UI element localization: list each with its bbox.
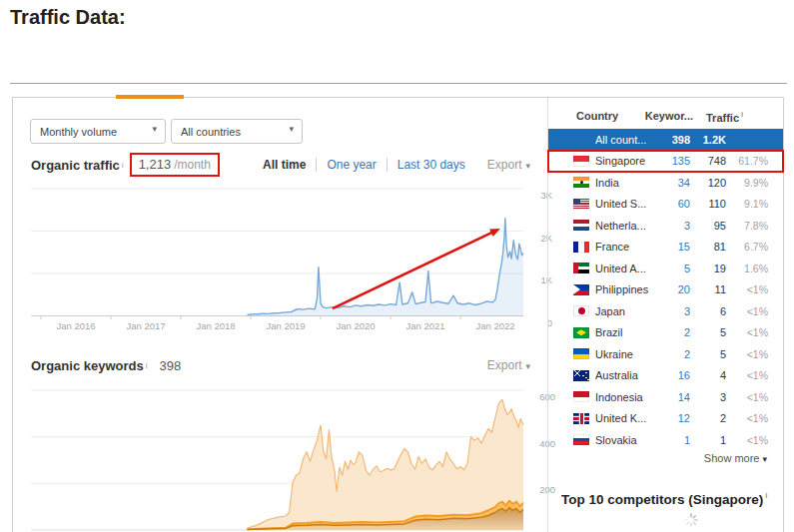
country-keywords-link[interactable]: 1 xyxy=(652,434,690,446)
in-flag-icon xyxy=(573,177,589,188)
country-traffic: 5 xyxy=(690,348,726,360)
country-name: United K... xyxy=(595,412,649,424)
traffic-unit: /month xyxy=(174,158,211,172)
svg-text:Jan 2021: Jan 2021 xyxy=(405,320,444,331)
country-keywords-link[interactable]: 3 xyxy=(652,220,690,232)
country-keywords-link[interactable]: 398 xyxy=(652,134,690,146)
organic-traffic-title: Organic traffic xyxy=(31,158,120,173)
country-traffic-percent: 61.7% xyxy=(726,155,768,167)
metric-dropdown[interactable]: Monthly volume ▾ xyxy=(30,119,166,144)
country-keywords-link[interactable]: 16 xyxy=(652,369,690,381)
country-name: Slovakia xyxy=(595,434,649,446)
country-name: Australia xyxy=(595,369,649,381)
country-name: Ukraine xyxy=(595,348,649,360)
traffic-value: 1,213 xyxy=(139,157,172,172)
au-flag-icon xyxy=(573,370,589,381)
country-traffic-percent: 6.7% xyxy=(726,241,768,253)
country-row[interactable]: United S...601109.1% xyxy=(548,194,783,216)
country-row[interactable]: Slovakia11<1% xyxy=(548,429,783,451)
country-traffic-percent: <1% xyxy=(726,434,768,446)
svg-text:Jan 2016: Jan 2016 xyxy=(56,320,95,331)
country-name: United A... xyxy=(595,263,649,274)
country-row[interactable]: Australia164<1% xyxy=(548,365,783,387)
organic-traffic-chart: 01K2K3KJan 2016Jan 2017Jan 2018Jan 2019J… xyxy=(13,186,559,335)
country-row[interactable]: Netherla...3957.8% xyxy=(548,215,783,237)
country-keywords-link[interactable]: 34 xyxy=(652,177,690,189)
info-icon: i xyxy=(741,110,743,119)
country-row[interactable]: France15816.7% xyxy=(548,237,783,259)
svg-text:Jan 2022: Jan 2022 xyxy=(475,320,514,331)
country-keywords-link[interactable]: 15 xyxy=(652,241,690,253)
export-keywords-button[interactable]: Export▾ xyxy=(487,358,530,372)
jp-flag-icon xyxy=(573,305,589,316)
country-name: Brazil xyxy=(595,326,649,338)
country-traffic-percent: <1% xyxy=(726,391,768,403)
country-row[interactable]: Ukraine25<1% xyxy=(548,343,783,365)
country-keywords-link[interactable]: 135 xyxy=(652,155,690,167)
loading-spinner-icon xyxy=(684,513,698,527)
svg-text:Jan 2020: Jan 2020 xyxy=(336,320,375,331)
header-traffic: Traffici xyxy=(706,110,743,124)
gb-flag-icon xyxy=(573,413,589,424)
country-row[interactable]: United A...5191.6% xyxy=(548,258,783,279)
svg-text:Jan 2018: Jan 2018 xyxy=(196,320,235,331)
country-row[interactable]: All count...3981.2K xyxy=(548,129,783,151)
us-flag-icon xyxy=(573,199,589,210)
country-name: United S... xyxy=(595,198,649,210)
fr-flag-icon xyxy=(573,242,589,253)
filter-all-time[interactable]: All time xyxy=(253,158,316,172)
id-flag-icon xyxy=(573,391,589,402)
countries-sidebar: Country Keywor... Traffici All count...3… xyxy=(547,98,783,532)
country-dropdown-value: All countries xyxy=(172,126,241,138)
country-traffic: 2 xyxy=(690,412,726,424)
country-row[interactable]: India341209.9% xyxy=(548,172,783,194)
country-keywords-link[interactable]: 5 xyxy=(652,263,690,274)
country-traffic-percent: 7.8% xyxy=(726,220,768,232)
country-traffic: 11 xyxy=(690,283,726,295)
metric-dropdown-value: Monthly volume xyxy=(31,126,117,138)
country-row[interactable]: Singapore13574861.7% xyxy=(548,151,783,173)
country-traffic-percent: 1.6% xyxy=(726,263,768,274)
caret-down-icon: ▾ xyxy=(525,361,530,371)
date-range-filters: All time One year Last 30 days Export▾ xyxy=(253,158,530,172)
show-more-label: Show more xyxy=(704,452,760,464)
svg-text:Jan 2019: Jan 2019 xyxy=(266,320,305,331)
country-keywords-link[interactable]: 12 xyxy=(652,412,690,424)
filter-last-30-days[interactable]: Last 30 days xyxy=(387,158,475,172)
country-dropdown[interactable]: All countries ▾ xyxy=(171,119,303,144)
country-name: India xyxy=(595,177,649,189)
country-row[interactable]: Brazil25<1% xyxy=(548,322,783,344)
filter-one-year[interactable]: One year xyxy=(316,158,386,172)
show-more-button[interactable]: Show more▾ xyxy=(704,452,767,464)
organic-keywords-header: Organic keywordsi 398 Export▾ xyxy=(13,352,547,378)
country-keywords-link[interactable]: 2 xyxy=(652,326,690,338)
country-traffic: 5 xyxy=(690,326,726,338)
country-row[interactable]: United K...122<1% xyxy=(548,408,783,430)
horizontal-divider xyxy=(10,83,787,84)
info-icon: i xyxy=(122,161,124,170)
country-traffic: 4 xyxy=(690,369,726,381)
export-traffic-button[interactable]: Export▾ xyxy=(487,158,530,172)
info-icon: i xyxy=(765,491,767,500)
country-traffic: 3 xyxy=(690,391,726,403)
country-row[interactable]: Japan36<1% xyxy=(548,300,783,322)
country-keywords-link[interactable]: 2 xyxy=(652,348,690,360)
country-traffic-percent: <1% xyxy=(726,305,768,317)
country-traffic: 6 xyxy=(690,305,726,317)
country-traffic-percent: <1% xyxy=(726,412,768,424)
country-traffic: 95 xyxy=(690,220,726,232)
country-keywords-link[interactable]: 14 xyxy=(652,391,690,403)
country-traffic: 1.2K xyxy=(690,134,726,146)
header-keywords: Keywor... xyxy=(645,110,693,122)
country-row[interactable]: Philippines2011<1% xyxy=(548,279,783,301)
organic-traffic-header: Organic traffici 1,213 /month All time O… xyxy=(13,152,547,178)
country-row[interactable]: Indonesia143<1% xyxy=(548,386,783,408)
country-traffic-percent: <1% xyxy=(726,326,768,338)
organic-keywords-chart: 200400600 xyxy=(13,387,559,532)
country-name: All count... xyxy=(595,134,649,146)
country-keywords-link[interactable]: 60 xyxy=(652,198,690,210)
info-icon: i xyxy=(146,361,148,370)
keywords-count: 398 xyxy=(160,358,182,373)
country-keywords-link[interactable]: 20 xyxy=(652,283,690,295)
country-keywords-link[interactable]: 3 xyxy=(652,305,690,317)
